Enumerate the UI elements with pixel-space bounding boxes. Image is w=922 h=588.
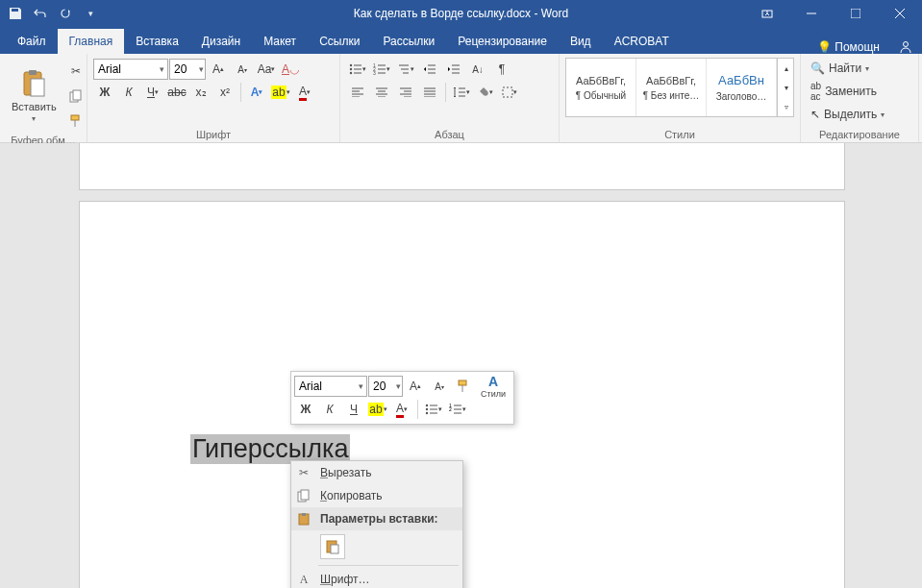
shrink-font-icon[interactable]: A▾: [231, 58, 254, 81]
tab-home[interactable]: Главная: [58, 29, 125, 54]
style-nospacing[interactable]: АаБбВвГг,¶ Без инте…: [636, 59, 707, 116]
search-icon: 🔍: [810, 61, 825, 75]
mini-bullets-icon[interactable]: ▾: [422, 398, 445, 421]
ribbon-options-icon[interactable]: [745, 0, 789, 27]
share-icon[interactable]: [899, 40, 912, 54]
italic-button[interactable]: К: [117, 81, 140, 104]
scissors-icon: ✂: [295, 464, 312, 481]
redo-icon[interactable]: [54, 2, 77, 25]
minimize-icon[interactable]: [789, 0, 834, 27]
ctx-copy[interactable]: Копировать: [291, 484, 462, 507]
bullets-icon[interactable]: ▾: [346, 58, 369, 81]
font-color-icon[interactable]: A▾: [293, 81, 316, 104]
select-button[interactable]: ↖Выделить▾: [807, 106, 912, 123]
sort-icon[interactable]: A↓: [466, 58, 489, 81]
align-right-icon[interactable]: [394, 81, 417, 104]
font-size-combo[interactable]: ▾: [169, 59, 206, 80]
mini-painter-icon[interactable]: [452, 375, 475, 398]
styles-gallery[interactable]: АаБбВвГг,¶ Обычный АаБбВвГг,¶ Без инте… …: [565, 58, 794, 117]
svg-rect-8: [73, 90, 81, 100]
mini-numbering-icon[interactable]: 12▾: [446, 398, 469, 421]
clear-format-icon[interactable]: A◡: [279, 58, 302, 81]
group-styles: АаБбВвГг,¶ Обычный АаБбВвГг,¶ Без инте… …: [560, 54, 801, 142]
tab-references[interactable]: Ссылки: [308, 29, 371, 54]
maximize-icon[interactable]: [834, 0, 878, 27]
svg-point-20: [426, 412, 428, 414]
mini-font-combo[interactable]: ▾: [294, 376, 367, 397]
ribbon: Вставить ▾ ✂ Буфер обм… ▾ ▾ A▴ A▾ Aa▾ A◡…: [0, 54, 922, 143]
justify-icon[interactable]: [418, 81, 441, 104]
numbering-icon[interactable]: 123▾: [370, 58, 393, 81]
style-normal[interactable]: АаБбВвГг,¶ Обычный: [566, 59, 636, 116]
mini-underline[interactable]: Ч: [342, 398, 365, 421]
group-editing: 🔍Найти▾ abacЗаменить ↖Выделить▾ Редактир…: [801, 54, 919, 142]
close-icon[interactable]: [878, 0, 922, 27]
strike-button[interactable]: abc: [165, 81, 188, 104]
styles-up-icon[interactable]: ▴: [778, 59, 794, 78]
shading-icon[interactable]: ▾: [474, 81, 497, 104]
multilevel-icon[interactable]: ▾: [394, 58, 417, 81]
paste-keep-source-icon[interactable]: [320, 534, 345, 559]
mini-grow-icon[interactable]: A▴: [404, 375, 427, 398]
format-painter-icon[interactable]: [64, 110, 87, 133]
save-icon[interactable]: [4, 2, 27, 25]
align-center-icon[interactable]: [370, 81, 393, 104]
decrease-indent-icon[interactable]: [418, 58, 441, 81]
undo-icon[interactable]: [29, 2, 52, 25]
mini-toolbar: ▾ ▾ A▴ A▾ AСтили Ж К Ч ab▾ A▾ ▾ 12▾: [290, 371, 514, 425]
svg-point-19: [426, 408, 428, 410]
replace-button[interactable]: abacЗаменить: [807, 79, 912, 104]
svg-point-12: [350, 72, 352, 74]
copy-icon[interactable]: [64, 85, 87, 108]
paste-icon: [18, 68, 49, 99]
group-paragraph: ▾ 123▾ ▾ A↓ ¶ ▾ ▾ ▾ Абзац: [340, 54, 560, 142]
styles-down-icon[interactable]: ▾: [778, 78, 794, 97]
mini-size-combo[interactable]: ▾: [368, 376, 403, 397]
mini-styles-button[interactable]: AСтили: [476, 375, 511, 398]
find-button[interactable]: 🔍Найти▾: [807, 60, 912, 77]
styles-more-icon[interactable]: ▿: [778, 97, 794, 116]
font-name-combo[interactable]: ▾: [93, 59, 168, 80]
mini-italic[interactable]: К: [318, 398, 341, 421]
style-heading1[interactable]: АаБбВнЗаголово…: [707, 59, 777, 116]
superscript-button[interactable]: x²: [213, 81, 237, 104]
bold-button[interactable]: Ж: [93, 81, 116, 104]
cut-icon[interactable]: ✂: [64, 60, 87, 83]
paste-button[interactable]: Вставить ▾: [6, 58, 62, 133]
text-effects-icon[interactable]: A▾: [245, 81, 268, 104]
highlight-icon[interactable]: ab▾: [269, 81, 292, 104]
svg-rect-2: [851, 9, 860, 18]
tab-view[interactable]: Вид: [559, 29, 603, 54]
qat-customize-icon[interactable]: ▾: [79, 2, 102, 25]
tab-acrobat[interactable]: ACROBAT: [603, 29, 681, 54]
ctx-font[interactable]: AШрифт…: [291, 568, 462, 588]
increase-indent-icon[interactable]: [442, 58, 465, 81]
ctx-cut[interactable]: ✂Вырезать: [291, 461, 462, 484]
tab-mailings[interactable]: Рассылки: [371, 29, 446, 54]
font-icon: A: [295, 571, 312, 588]
document-workspace: Гиперссылка ▾ ▾ A▴ A▾ AСтили Ж К Ч ab▾ A…: [0, 143, 922, 588]
align-left-icon[interactable]: [346, 81, 369, 104]
mini-highlight-icon[interactable]: ab▾: [366, 398, 389, 421]
group-label-font: Шрифт: [93, 127, 334, 140]
grow-font-icon[interactable]: A▴: [207, 58, 230, 81]
mini-bold[interactable]: Ж: [294, 398, 317, 421]
mini-fontcolor-icon[interactable]: A▾: [390, 398, 413, 421]
tab-review[interactable]: Рецензирование: [446, 29, 559, 54]
change-case-icon[interactable]: Aa▾: [255, 58, 278, 81]
tab-insert[interactable]: Вставка: [124, 29, 190, 54]
tell-me[interactable]: 💡 Помощн: [817, 40, 880, 54]
quick-access-toolbar: ▾: [0, 2, 106, 25]
borders-icon[interactable]: ▾: [498, 81, 521, 104]
line-spacing-icon[interactable]: ▾: [450, 81, 473, 104]
tab-design[interactable]: Дизайн: [190, 29, 252, 54]
show-marks-icon[interactable]: ¶: [490, 58, 513, 81]
underline-button[interactable]: Ч▾: [141, 81, 164, 104]
tab-file[interactable]: Файл: [6, 29, 58, 54]
tab-layout[interactable]: Макет: [252, 29, 308, 54]
svg-rect-16: [503, 87, 512, 97]
subscript-button[interactable]: x₂: [189, 81, 212, 104]
svg-point-10: [350, 64, 352, 66]
mini-shrink-icon[interactable]: A▾: [428, 375, 451, 398]
svg-rect-5: [29, 70, 37, 75]
